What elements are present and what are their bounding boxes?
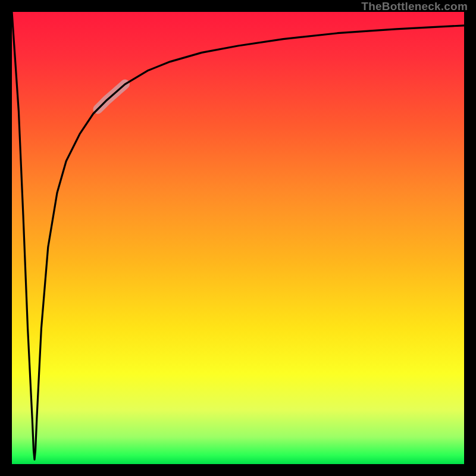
watermark-label: TheBottleneck.com (361, 0, 468, 13)
bottleneck-curve (12, 12, 464, 459)
curve-layer (12, 12, 464, 464)
chart-frame: TheBottleneck.com (0, 0, 476, 476)
